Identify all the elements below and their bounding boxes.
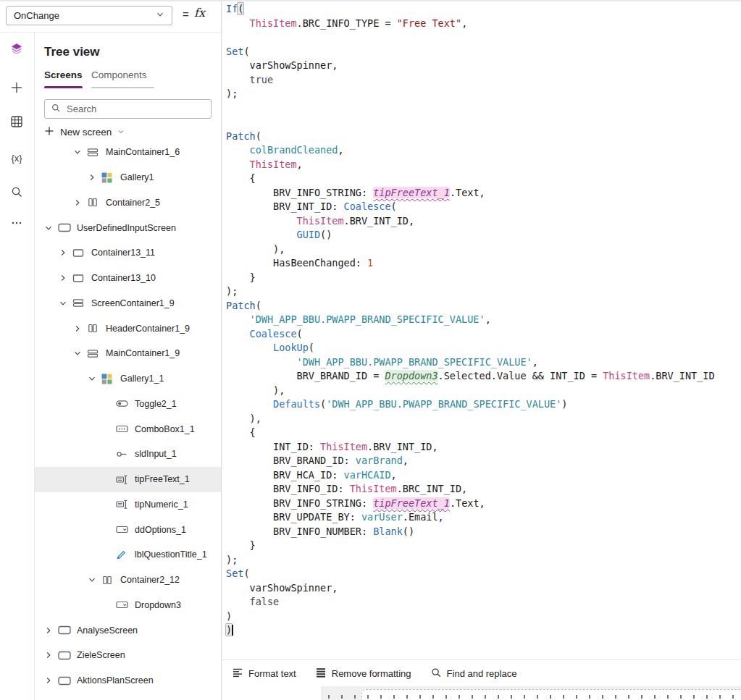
tree-item-label: lblQuestionTitle_1 [135,549,207,560]
tree-item-ScreenContainer1_9[interactable]: ScreenContainer1_9 [35,291,221,316]
chevron-expanded-icon[interactable] [88,374,100,383]
variables-icon[interactable]: {x} [0,143,33,172]
code-token: BRV_INFO_NUMBER: [226,526,373,537]
code-token: () [320,229,332,240]
chevron-expanded-icon[interactable] [88,575,100,584]
format-text-icon [232,667,243,680]
window-top-edge [0,0,741,1]
code-token: true [250,74,274,85]
tree-item-tipNumeric_1[interactable]: tipNumeric_1 [35,492,221,518]
tree-item-HeaderContainer1_9[interactable]: HeaderContainer1_9 [35,316,221,341]
code-line: varShowSpinner, [226,581,740,596]
tree-item-Container13_11[interactable]: Container13_11 [35,240,221,266]
code-line: ThisItem.BRC_INFO_TYPE = "Free Text", [226,17,740,31]
code-token: ( [391,201,397,212]
chevron-expanded-icon[interactable] [59,299,71,308]
search-icon [430,667,442,680]
container-icon [72,248,87,258]
code-line: BRV_INFO_ID: ThisItem.BRC_INT_ID, [226,482,740,497]
code-token: 'DWH_APP_BBU.PWAPP_BRAND_SPECIFIC_VALUE' [250,313,485,325]
new-screen-button[interactable]: New screen [44,126,125,138]
code-token: "Free Text" [397,17,461,29]
find-replace-button[interactable]: Find and replace [430,667,517,680]
tree-view-icon[interactable] [0,35,33,64]
search-icon[interactable] [0,177,33,206]
code-token: .Selected.Value && INT_ID = [438,370,603,381]
code-token [226,229,297,240]
chevron-expanded-icon[interactable] [44,224,56,232]
code-token: ThisItem [250,159,297,170]
tree-item-sldInput_1[interactable]: sldInput_1 [35,442,221,467]
formula-editor[interactable]: If( ThisItem.BRC_INFO_TYPE = "Free Text"… [221,0,741,659]
tab-screens[interactable]: Screens [44,69,83,80]
chevron-collapsed-icon[interactable] [73,198,85,207]
code-token [226,398,273,410]
code-token: varUser [361,511,403,523]
tree-item-Toggle2_1[interactable]: Toggle2_1 [35,392,221,417]
code-line: ), [226,412,740,426]
code-line: ); [226,553,740,568]
format-text-button[interactable]: Format text [232,667,296,680]
tree-item-label: Gallery1 [120,172,154,182]
code-token: Patch [226,130,256,142]
tree-item-label: AktionsPlanScreen [77,675,154,686]
tree-item-Gallery1[interactable]: Gallery1 [35,165,221,190]
code-line: BRV_BRAND_ID: varBrand, [226,454,740,468]
code-token: BRV_INFO_STRING: [226,497,373,509]
chevron-collapsed-icon[interactable] [73,324,85,333]
tree-item-ZieleScreen[interactable]: ZieleScreen [35,643,221,668]
tree-item-UserDefinedInputScreen[interactable]: UserDefinedInputScreen [35,215,221,240]
search-input[interactable] [65,103,205,115]
chevron-expanded-icon[interactable] [73,148,85,156]
canvas-workspace [322,686,741,700]
code-line: GUID() [226,228,740,243]
property-selector[interactable]: OnChange [6,6,172,25]
formula-property-bar: OnChange = fx [0,0,221,33]
code-token: { [226,426,256,438]
chevron-collapsed-icon[interactable] [44,626,56,635]
tab-bar-divider [91,87,154,88]
tree-item-lblQuestionTitle_1[interactable]: lblQuestionTitle_1 [35,542,221,568]
tree-search-box[interactable] [44,99,212,119]
container-horizontal-icon [87,348,101,359]
equals-sign: = [183,8,189,20]
chevron-collapsed-icon[interactable] [44,676,56,685]
code-token: ThisItem [297,215,344,227]
tree-item-Gallery1_1[interactable]: Gallery1_1 [35,366,221,392]
tree-item-Container2_5[interactable]: Container2_5 [35,190,221,216]
code-token: Coalesce [344,201,391,212]
code-line: varShowSpinner, [226,59,740,73]
code-token: BRV_BRAND_ID = [226,370,385,381]
tab-components[interactable]: Components [91,69,147,80]
chevron-collapsed-icon[interactable] [44,651,56,659]
code-token: ThisItem [320,441,367,452]
more-ellipsis-icon[interactable] [0,208,33,237]
slider-icon [116,449,130,460]
chevron-collapsed-icon[interactable] [59,274,71,282]
tree-item-AktionsPlanScreen[interactable]: AktionsPlanScreen [35,668,221,693]
chevron-collapsed-icon[interactable] [88,173,100,182]
code-token: ThisItem [603,370,650,381]
data-table-icon[interactable] [0,107,33,136]
tree-item-ddOptions_1[interactable]: ddOptions_1 [35,517,221,542]
tree-item-AnalyseScreen[interactable]: AnalyseScreen [35,617,221,643]
code-line: false [226,595,740,610]
tree-item-Container2_12[interactable]: Container2_12 [35,568,221,593]
tree-item-MainContainer1_9[interactable]: MainContainer1_9 [35,341,221,366]
chevron-collapsed-icon[interactable] [59,248,71,257]
remove-formatting-button[interactable]: Remove formatting [315,667,411,680]
tree-item-MainContainer1_6[interactable]: MainContainer1_6 [35,140,221,165]
fx-symbol: fx [194,6,205,20]
chevron-expanded-icon[interactable] [73,349,85,358]
tree-item-ComboBox1_1[interactable]: ComboBox1_1 [35,416,221,442]
tree-item-label: ComboBox1_1 [135,424,195,434]
tree-item-tipFreeText_1[interactable]: tipFreeText_1 [35,467,221,492]
code-token: , [532,356,538,368]
code-line: BRV_UPDATE_BY: varUser.Email, [226,510,740,525]
tree-item-Dropdown3[interactable]: Dropdown3 [35,593,221,618]
tree-item-label: HeaderContainer1_9 [106,324,190,334]
tree-item-label: Toggle2_1 [135,399,177,409]
tree-item-label: ddOptions_1 [135,525,186,535]
insert-plus-icon[interactable] [0,73,33,102]
tree-item-Container13_10[interactable]: Container13_10 [35,266,221,291]
